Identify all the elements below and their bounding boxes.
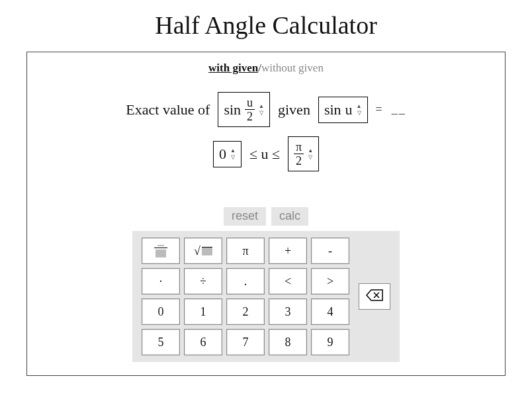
key-gt[interactable]: >: [311, 268, 349, 294]
key-4[interactable]: 4: [311, 298, 349, 325]
tab-with-given[interactable]: with given: [208, 62, 258, 74]
function-arg: u: [345, 101, 353, 118]
key-3[interactable]: 3: [269, 298, 307, 325]
inequality-text: ≤ u ≤: [249, 146, 280, 163]
key-lt[interactable]: <: [269, 268, 307, 294]
given-word: given: [278, 101, 310, 118]
upper-bound-select[interactable]: π 2 ▲▽: [288, 136, 319, 171]
calculator-panel: with given/without given Exact value of …: [26, 52, 506, 376]
key-6[interactable]: 6: [184, 329, 222, 355]
page-title: Half Angle Calculator: [0, 11, 532, 40]
key-minus[interactable]: -: [311, 238, 349, 264]
expression-row-1: Exact value of sin u 2 ▲▽ given sinu ▲▽ …: [34, 92, 498, 127]
expression-row-2: 0 ▲▽ ≤ u ≤ π 2 ▲▽: [34, 136, 498, 171]
key-divide[interactable]: ÷: [184, 268, 222, 294]
key-plus[interactable]: +: [269, 238, 307, 264]
key-fraction[interactable]: [142, 238, 180, 264]
spinner-icon[interactable]: ▲▽: [259, 103, 264, 116]
keypad-grid: √ π + - · ÷ . < > 0 1 2 3 4: [142, 238, 349, 355]
function-name: sin: [224, 101, 241, 118]
fraction-numerator: π: [294, 141, 304, 154]
key-decimal[interactable]: .: [226, 268, 265, 294]
calc-button[interactable]: calc: [271, 207, 308, 226]
backspace-icon: [366, 289, 383, 301]
equals-sign: =: [376, 103, 384, 116]
key-9[interactable]: 9: [311, 329, 349, 355]
upper-bound-fraction: π 2: [294, 141, 304, 167]
tab-without-given[interactable]: without given: [261, 62, 324, 74]
value-blank[interactable]: __: [392, 103, 406, 116]
lower-bound-select[interactable]: 0 ▲▽: [213, 141, 242, 167]
action-buttons: reset calc: [34, 207, 498, 226]
function-select-full[interactable]: sinu ▲▽: [318, 97, 368, 123]
fraction-denominator: 2: [294, 154, 304, 167]
function-name: sin: [324, 101, 341, 118]
key-cdot[interactable]: ·: [142, 268, 180, 294]
keypad-panel: √ π + - · ÷ . < > 0 1 2 3 4: [132, 231, 400, 362]
spinner-icon[interactable]: ▲▽: [308, 148, 313, 161]
half-angle-fraction: u 2: [245, 97, 255, 122]
lower-bound-value: 0: [219, 146, 226, 163]
function-select-half[interactable]: sin u 2 ▲▽: [218, 92, 270, 127]
spinner-icon[interactable]: ▲▽: [357, 103, 362, 116]
key-0[interactable]: 0: [142, 298, 180, 325]
key-5[interactable]: 5: [142, 329, 180, 355]
spinner-icon[interactable]: ▲▽: [230, 148, 236, 161]
key-7[interactable]: 7: [226, 329, 265, 355]
key-1[interactable]: 1: [184, 298, 222, 325]
key-8[interactable]: 8: [269, 329, 307, 355]
key-sqrt[interactable]: √: [184, 238, 222, 264]
key-backspace[interactable]: [359, 283, 390, 310]
fraction-denominator: 2: [245, 110, 255, 122]
fraction-numerator: u: [245, 97, 255, 110]
reset-button[interactable]: reset: [224, 207, 266, 226]
mode-tabs: with given/without given: [34, 62, 498, 75]
prefix-text: Exact value of: [126, 101, 210, 118]
key-pi[interactable]: π: [226, 238, 265, 264]
key-2[interactable]: 2: [226, 298, 265, 325]
